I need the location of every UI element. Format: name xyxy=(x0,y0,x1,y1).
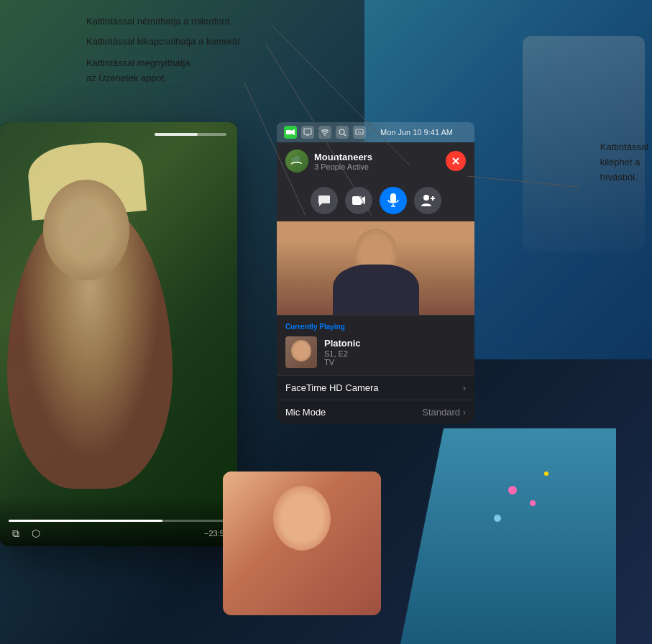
call-info: Mountaneers 3 People Active xyxy=(314,152,446,171)
svg-line-10 xyxy=(344,134,346,136)
video-person-silhouette xyxy=(7,201,173,489)
call-group-name: Mountaneers xyxy=(314,152,446,162)
svg-rect-4 xyxy=(286,130,291,134)
mic-mode-settings-row[interactable]: Mic Mode Standard › xyxy=(277,400,474,424)
video-background xyxy=(0,122,237,546)
svg-marker-17 xyxy=(362,196,365,205)
svg-rect-7 xyxy=(306,134,309,136)
now-playing-subtitle: S1, E2 TV xyxy=(324,349,466,367)
volume-fill xyxy=(155,133,198,136)
hat xyxy=(26,139,147,221)
call-group-status: 3 People Active xyxy=(314,162,446,171)
confetti-dot xyxy=(530,500,536,506)
mic-toggle-button[interactable] xyxy=(380,187,407,214)
call-actions-bar xyxy=(277,180,474,221)
messages-button[interactable] xyxy=(311,187,338,214)
now-playing-info: Platonic S1, E2 TV xyxy=(324,338,466,367)
svg-point-21 xyxy=(423,195,429,201)
svg-point-8 xyxy=(324,134,326,136)
remote-video-feed xyxy=(277,221,474,315)
screen-icon xyxy=(301,126,314,139)
menubar-datetime: Mon Jun 10 9:41 AM xyxy=(380,128,453,137)
camera-label: FaceTime HD Camera xyxy=(285,382,379,393)
camera-settings-row[interactable]: FaceTime HD Camera › xyxy=(277,375,474,400)
svg-rect-16 xyxy=(352,196,362,205)
currently-playing-label: Currently Playing xyxy=(285,323,466,331)
video-progress-bar[interactable] xyxy=(9,520,229,522)
wifi-icon xyxy=(318,126,331,139)
now-playing-content: Platonic S1, E2 TV xyxy=(285,336,466,368)
remote-person-video xyxy=(277,221,474,315)
bottom-person-face xyxy=(223,472,381,615)
confetti-dot xyxy=(494,515,501,522)
video-controls[interactable]: ⧉ ⬡ −23:50 xyxy=(0,496,237,546)
progress-fill xyxy=(9,520,162,522)
svg-point-13 xyxy=(291,158,295,162)
currently-playing-section: Currently Playing Platonic S1, E2 TV xyxy=(277,315,474,375)
call-header: Mountaneers 3 People Active xyxy=(277,142,474,180)
svg-point-12 xyxy=(294,156,300,162)
annotation-end-call: Kattintássalkiléphet ahívásból. xyxy=(600,140,648,185)
svg-rect-6 xyxy=(304,129,311,134)
confetti-dot xyxy=(508,486,517,494)
svg-rect-18 xyxy=(390,193,396,203)
album-art-thumbnail xyxy=(285,336,317,368)
facetime-menu-icon xyxy=(284,126,297,139)
menubar-left-icons xyxy=(284,126,366,139)
camera-toggle-button[interactable] xyxy=(345,187,372,214)
confetti-dot xyxy=(544,472,548,476)
now-playing-title: Platonic xyxy=(324,338,466,349)
airplay-icon[interactable]: ⬡ xyxy=(29,526,43,540)
add-person-button[interactable] xyxy=(414,187,441,214)
search-icon[interactable] xyxy=(336,126,349,139)
mic-mode-label: Mic Mode xyxy=(285,407,326,418)
subtitles-icon[interactable]: ⧉ xyxy=(9,526,23,540)
camera-chevron: › xyxy=(463,382,466,393)
mic-mode-value: Standard › xyxy=(422,407,466,418)
video-feed-background xyxy=(277,221,474,315)
video-icon-group[interactable]: ⧉ ⬡ xyxy=(9,526,43,540)
menu-bar: Mon Jun 10 9:41 AM xyxy=(277,122,474,142)
screen-share-icon xyxy=(353,126,366,139)
bottom-facetime-tile xyxy=(223,472,381,615)
volume-slider[interactable] xyxy=(155,133,226,136)
video-player[interactable]: ⧉ ⬡ −23:50 xyxy=(0,122,237,546)
facetime-panel: Mon Jun 10 9:41 AM Mountaneers 3 People … xyxy=(277,122,474,424)
svg-point-9 xyxy=(339,129,344,134)
group-avatar xyxy=(285,150,308,172)
video-bottom-controls: ⧉ ⬡ −23:50 xyxy=(9,526,229,540)
confetti-decoration xyxy=(472,428,652,572)
end-call-button[interactable] xyxy=(446,151,466,171)
svg-marker-5 xyxy=(291,129,295,135)
facetime-card: Mountaneers 3 People Active xyxy=(277,142,474,424)
